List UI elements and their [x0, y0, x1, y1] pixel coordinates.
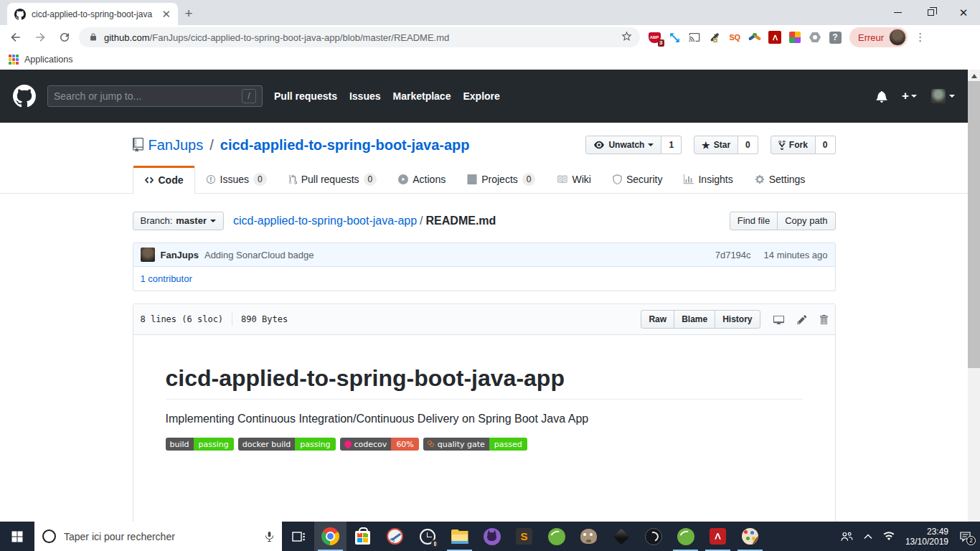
help-extension-icon[interactable]: ? [828, 30, 842, 44]
commit-sha-link[interactable]: 7d7194c [715, 250, 751, 260]
taskbar-snipping-tool[interactable] [379, 522, 411, 551]
page-scrollbar[interactable] [968, 70, 980, 522]
taskbar-spring-tool[interactable] [540, 522, 573, 551]
delete-trash-icon[interactable] [819, 314, 828, 325]
nav-explore[interactable]: Explore [463, 90, 499, 102]
taskbar-sublime-text[interactable]: S [508, 522, 540, 551]
copy-path-button[interactable]: Copy path [777, 212, 835, 230]
bookmark-star-icon[interactable] [621, 30, 633, 45]
history-button[interactable]: History [715, 310, 760, 329]
taskbar-search[interactable] [34, 522, 282, 551]
watch-count[interactable]: 1 [661, 136, 682, 154]
docker-build-badge[interactable]: docker build passing [238, 438, 336, 451]
nav-marketplace[interactable]: Marketplace [393, 90, 451, 102]
tab-actions[interactable]: Actions [387, 166, 456, 193]
github-logo-icon[interactable] [13, 85, 36, 108]
colors-extension-icon[interactable] [788, 30, 802, 44]
tab-settings[interactable]: Settings [744, 166, 816, 193]
taskbar-chrome[interactable] [314, 522, 347, 551]
lock-icon[interactable] [89, 32, 98, 42]
taskbar-clock[interactable]: 23:49 13/10/2019 [905, 527, 948, 547]
tab-security[interactable]: Security [602, 166, 674, 193]
window-minimize-button[interactable] [881, 0, 914, 25]
github-search-box[interactable]: / [47, 85, 263, 107]
edit-pencil-icon[interactable] [797, 314, 807, 325]
browser-profile-button[interactable]: Erreur [849, 27, 908, 47]
taskbar-inkscape[interactable] [605, 522, 637, 551]
branch-selector[interactable]: Branch:master [133, 212, 224, 230]
microphone-icon[interactable] [265, 531, 274, 542]
notifications-bell-icon[interactable] [876, 90, 887, 103]
tab-insights[interactable]: Insights [673, 166, 743, 193]
create-new-dropdown[interactable]: + [902, 89, 917, 103]
star-count[interactable]: 0 [738, 136, 758, 154]
window-restore-button[interactable] [914, 0, 947, 25]
quality-gate-badge[interactable]: quality gate passed [423, 438, 527, 451]
start-button[interactable] [0, 522, 34, 551]
tab-wiki[interactable]: Wiki [546, 166, 601, 193]
screenshot-extension-icon[interactable] [667, 30, 682, 44]
commit-author-link[interactable]: FanJups [161, 250, 199, 260]
bookmarks-applications[interactable]: Applications [24, 55, 72, 65]
nav-issues[interactable]: Issues [349, 90, 381, 102]
file-size: 890 Bytes [241, 314, 288, 324]
task-view-button[interactable] [282, 522, 314, 551]
reload-icon[interactable] [55, 27, 75, 47]
contributors-link[interactable]: 1 contributor [141, 273, 192, 284]
taskbar-file-explorer[interactable] [443, 522, 476, 551]
taskbar-acrobat[interactable] [702, 522, 734, 551]
taskbar-spring-running[interactable] [669, 522, 702, 551]
unwatch-button[interactable]: Unwatch [585, 136, 661, 154]
boomerang-extension-icon[interactable] [748, 30, 762, 44]
blame-button[interactable]: Blame [674, 310, 715, 329]
star-button[interactable]: ★ Star [694, 136, 738, 154]
people-icon[interactable] [841, 532, 853, 542]
taskbar-ms-store[interactable] [347, 522, 379, 551]
open-desktop-icon[interactable] [773, 314, 785, 325]
commit-message-link[interactable]: Adding SonarCloud badge [204, 250, 314, 260]
breadcrumb-repo-link[interactable]: cicd-applied-to-spring-boot-java-app [233, 215, 417, 227]
window-close-button[interactable]: ✕ [947, 0, 980, 25]
cast-extension-icon[interactable] [687, 30, 702, 44]
build-badge[interactable]: build passing [166, 438, 234, 451]
new-tab-button[interactable]: + [178, 3, 199, 24]
action-center-icon[interactable]: 2 [959, 531, 971, 542]
scrollbar-up-arrow[interactable] [971, 74, 977, 78]
github-search-input[interactable] [54, 90, 237, 102]
tab-code[interactable]: Code [133, 166, 195, 194]
codecov-badge[interactable]: codecov 60% [340, 438, 419, 451]
forward-icon[interactable] [30, 27, 50, 47]
repo-owner-link[interactable]: FanJups [149, 137, 204, 154]
taskbar-search-input[interactable] [64, 531, 257, 542]
colorpicker-extension-icon[interactable] [707, 30, 722, 44]
tab-projects[interactable]: Projects0 [456, 166, 546, 193]
browser-menu-icon[interactable]: ⋮ [915, 31, 925, 44]
hidden-icons-chevron[interactable] [864, 534, 872, 540]
fork-button[interactable]: Fork [771, 136, 816, 154]
hexagon-extension-icon[interactable] [808, 30, 822, 44]
repo-name-link[interactable]: cicd-applied-to-spring-boot-java-app [220, 137, 470, 154]
acrobat-extension-icon[interactable] [768, 30, 782, 44]
back-icon[interactable] [6, 27, 26, 47]
nav-pull-requests[interactable]: Pull requests [274, 90, 337, 102]
tab-pull-requests[interactable]: Pull requests0 [278, 166, 388, 193]
commit-author-avatar[interactable] [141, 248, 155, 262]
taskbar-alarms-clock[interactable] [411, 522, 443, 551]
fork-count[interactable]: 0 [816, 136, 836, 154]
apps-grid-icon[interactable] [9, 55, 19, 65]
scrollbar-thumb[interactable] [968, 81, 980, 368]
tab-close-icon[interactable]: ✕ [160, 7, 172, 21]
taskbar-gimp[interactable] [573, 522, 605, 551]
taskbar-obs[interactable] [637, 522, 669, 551]
taskbar-paint[interactable] [734, 522, 766, 551]
adblock-extension-icon[interactable]: ABP 3 [647, 30, 661, 44]
sonarqube-extension-icon[interactable]: SQ [727, 30, 742, 44]
browser-tab[interactable]: cicd-applied-to-spring-boot-java ✕ [7, 3, 178, 25]
wifi-icon[interactable] [883, 532, 895, 541]
taskbar-github-desktop[interactable] [476, 522, 508, 551]
user-menu[interactable] [931, 89, 955, 103]
find-file-button[interactable]: Find file [730, 212, 778, 230]
address-bar[interactable]: github.com/FanJups/cicd-applied-to-sprin… [79, 27, 640, 47]
raw-button[interactable]: Raw [641, 310, 674, 329]
tab-issues[interactable]: Issues0 [195, 166, 278, 193]
